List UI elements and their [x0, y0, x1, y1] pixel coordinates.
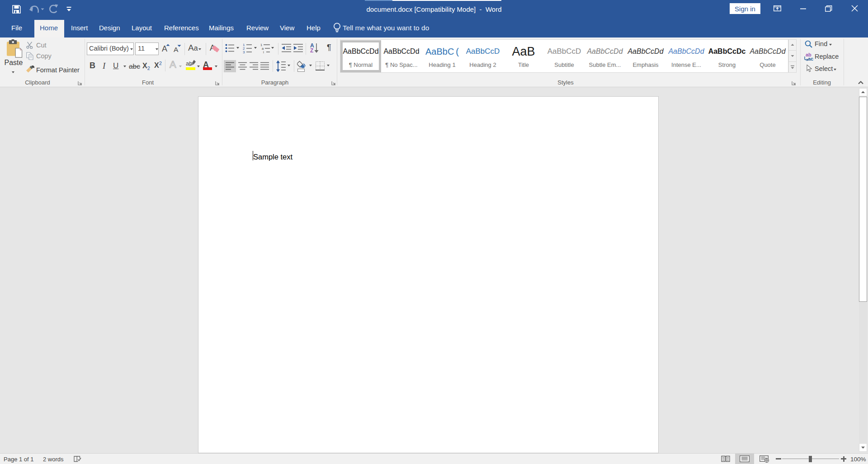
svg-text:i: i [263, 50, 264, 53]
svg-text:3: 3 [243, 50, 245, 53]
